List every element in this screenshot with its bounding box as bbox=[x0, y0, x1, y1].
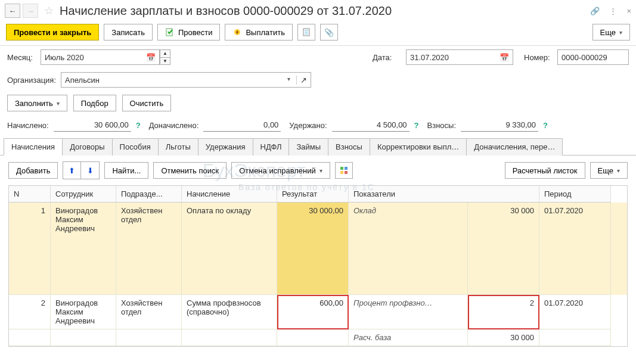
spin-down-icon[interactable]: ▼ bbox=[160, 58, 170, 65]
month-input[interactable]: Июль 2020 📅 bbox=[41, 49, 160, 65]
dropdown-icon[interactable]: ▾ bbox=[287, 76, 290, 85]
cell-dept: Хозяйствен отдел bbox=[116, 295, 182, 329]
tab-contracts[interactable]: Договоры bbox=[62, 138, 112, 155]
cell-period: 01.07.2020 bbox=[539, 203, 611, 295]
chevron-down-icon: ▾ bbox=[57, 100, 60, 107]
org-input[interactable]: Апельсин ▾ ↗ bbox=[61, 72, 311, 88]
cell-indicator-value: 2 bbox=[468, 295, 539, 329]
cancel-corrections-button[interactable]: Отмена исправлений ▾ bbox=[231, 162, 330, 179]
col-indicators[interactable]: Показатели bbox=[349, 186, 539, 203]
calendar-icon[interactable]: 📅 bbox=[146, 53, 156, 62]
paperclip-icon: 📎 bbox=[324, 28, 334, 37]
kebab-menu-icon[interactable]: ⋮ bbox=[609, 7, 617, 15]
cell-indicator-value: 30 000 bbox=[468, 203, 539, 295]
cell-dept: Хозяйствен отдел bbox=[116, 203, 182, 295]
submit-icon bbox=[165, 27, 175, 37]
submit-button[interactable]: Провести bbox=[157, 24, 221, 41]
help-icon[interactable]: ? bbox=[543, 121, 548, 130]
open-ref-icon[interactable]: ↗ bbox=[296, 76, 307, 85]
tab-privileges[interactable]: Льготы bbox=[158, 138, 198, 155]
col-dept[interactable]: Подразде... bbox=[116, 186, 182, 203]
extra-accrued-value: 0,00 bbox=[203, 119, 281, 132]
save-button[interactable]: Записать bbox=[104, 24, 153, 41]
tab-contributions[interactable]: Взносы bbox=[328, 138, 370, 155]
cell-n: 1 bbox=[9, 203, 51, 295]
cell-indicator-name: Расч. база bbox=[349, 329, 468, 346]
cell-accrual: Оплата по окладу bbox=[182, 203, 277, 295]
close-icon[interactable]: × bbox=[626, 7, 631, 15]
withheld-label: Удержано: bbox=[289, 121, 327, 130]
chevron-down-icon: ▾ bbox=[617, 167, 620, 174]
find-button[interactable]: Найти... bbox=[104, 162, 148, 179]
link-icon[interactable]: 🔗 bbox=[590, 7, 600, 15]
calendar-icon[interactable]: 📅 bbox=[500, 53, 509, 62]
add-row-button[interactable]: Добавить bbox=[8, 162, 58, 179]
cell-result: 30 000,00 bbox=[277, 203, 349, 295]
nav-forward-button[interactable]: → bbox=[23, 4, 38, 18]
help-icon[interactable]: ? bbox=[414, 121, 419, 130]
grid-icon bbox=[339, 166, 349, 175]
page-title: Начисление зарплаты и взносов 0000-00002… bbox=[60, 4, 588, 18]
pick-button[interactable]: Подбор bbox=[73, 95, 116, 111]
col-n[interactable]: N bbox=[9, 186, 51, 203]
table-row[interactable]: 1 Виноградов Максим Андреевич Хозяйствен… bbox=[9, 203, 627, 295]
extra-accrued-label: Доначислено: bbox=[149, 121, 199, 130]
report-icon bbox=[302, 27, 311, 37]
tab-ndfl[interactable]: НДФЛ bbox=[253, 138, 290, 155]
cell-result: 600,00 bbox=[277, 295, 349, 329]
spin-up-icon[interactable]: ▲ bbox=[160, 50, 170, 58]
tab-withholdings[interactable]: Удержания bbox=[198, 138, 253, 155]
grid-settings-button[interactable] bbox=[335, 162, 353, 179]
accrued-label: Начислено: bbox=[7, 121, 49, 130]
move-down-button[interactable]: ⬇ bbox=[81, 162, 99, 179]
more-button[interactable]: Еще ▾ bbox=[592, 24, 630, 41]
payslip-button[interactable]: Расчетный листок bbox=[505, 162, 585, 179]
tabstrip: Начисления Договоры Пособия Льготы Удерж… bbox=[0, 138, 636, 155]
contrib-label: Взносы: bbox=[427, 121, 457, 130]
svg-rect-0 bbox=[166, 29, 172, 36]
report-button[interactable] bbox=[297, 24, 315, 41]
chevron-down-icon: ▾ bbox=[619, 29, 622, 36]
pay-button[interactable]: Выплатить bbox=[225, 24, 293, 41]
svg-rect-8 bbox=[340, 171, 343, 174]
col-period[interactable]: Период bbox=[539, 186, 611, 203]
contrib-value: 9 330,00 bbox=[461, 119, 538, 132]
clear-button[interactable]: Очистить bbox=[122, 95, 172, 111]
move-up-button[interactable]: ⬆ bbox=[63, 162, 81, 179]
cell-indicator-name: Оклад bbox=[349, 203, 468, 295]
pay-icon bbox=[232, 27, 242, 37]
date-input[interactable]: 31.07.2020 📅 bbox=[406, 49, 513, 65]
date-label: Дата: bbox=[373, 53, 401, 62]
cell-indicator-value: 30 000 bbox=[468, 329, 539, 346]
nav-back-button[interactable]: ← bbox=[5, 4, 20, 18]
submit-and-close-button[interactable]: Провести и закрыть bbox=[6, 24, 99, 41]
attach-button[interactable]: 📎 bbox=[320, 24, 338, 41]
withheld-value: 4 500,00 bbox=[332, 119, 409, 132]
table-row[interactable]: Расч. база 30 000 bbox=[9, 329, 627, 346]
col-result[interactable]: Результат bbox=[277, 186, 349, 203]
col-employee[interactable]: Сотрудник bbox=[51, 186, 116, 203]
number-input[interactable]: 0000-000029 bbox=[557, 49, 629, 65]
fill-button[interactable]: Заполнить ▾ bbox=[7, 95, 67, 111]
table-row[interactable]: 2 Виноградов Максим Андреевич Хозяйствен… bbox=[9, 295, 627, 329]
col-accrual[interactable]: Начисление bbox=[182, 186, 277, 203]
tab-accruals[interactable]: Начисления bbox=[4, 138, 63, 155]
tab-extra-accruals[interactable]: Доначисления, пере… bbox=[466, 138, 563, 155]
accrued-value: 30 600,00 bbox=[54, 119, 131, 132]
sub-more-button[interactable]: Еще ▾ bbox=[590, 162, 628, 179]
cell-employee: Виноградов Максим Андреевич bbox=[51, 203, 116, 295]
svg-rect-6 bbox=[340, 167, 343, 170]
svg-rect-7 bbox=[345, 167, 348, 170]
tab-loans[interactable]: Займы bbox=[288, 138, 328, 155]
chevron-down-icon: ▾ bbox=[319, 167, 322, 174]
svg-rect-9 bbox=[345, 171, 348, 174]
tab-corrections[interactable]: Корректировки выпл… bbox=[370, 138, 467, 155]
tab-benefits[interactable]: Пособия bbox=[112, 138, 159, 155]
month-spinner[interactable]: ▲ ▼ bbox=[160, 49, 170, 65]
cell-period: 01.07.2020 bbox=[539, 295, 611, 329]
number-label: Номер: bbox=[524, 53, 553, 62]
cancel-search-button[interactable]: Отменить поиск bbox=[153, 162, 227, 179]
favorite-star-icon[interactable]: ☆ bbox=[44, 4, 54, 17]
cell-n: 2 bbox=[9, 295, 51, 329]
help-icon[interactable]: ? bbox=[136, 121, 141, 130]
